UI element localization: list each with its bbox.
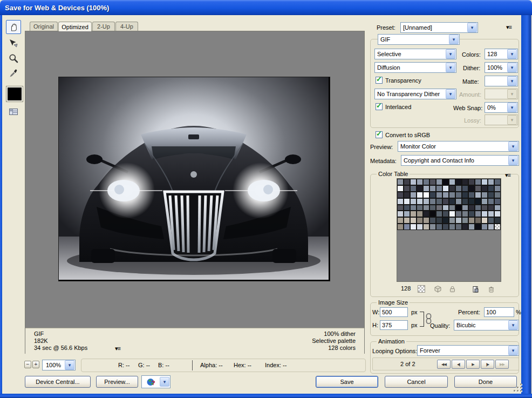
download-speed-flyout-icon[interactable]: ▾≡ bbox=[115, 345, 120, 352]
zoom-out-button[interactable]: − bbox=[24, 361, 31, 368]
eyedropper-color-swatch[interactable] bbox=[6, 86, 23, 102]
color-swatch[interactable] bbox=[404, 217, 410, 224]
slice-select-tool-button[interactable] bbox=[6, 36, 21, 50]
height-field[interactable] bbox=[380, 320, 408, 330]
color-swatch[interactable] bbox=[429, 224, 436, 230]
color-swatch[interactable] bbox=[481, 179, 488, 185]
color-swatch[interactable] bbox=[442, 217, 449, 224]
color-swatch[interactable] bbox=[436, 217, 442, 224]
color-swatch[interactable] bbox=[417, 185, 423, 192]
preview-mode-select[interactable]: Monitor Color ▾ bbox=[398, 141, 519, 152]
color-swatch[interactable] bbox=[397, 185, 404, 192]
color-swatch[interactable] bbox=[462, 185, 468, 192]
color-swatch[interactable] bbox=[455, 192, 462, 198]
color-swatch[interactable] bbox=[429, 211, 436, 217]
color-swatch[interactable] bbox=[417, 205, 423, 211]
color-swatch[interactable] bbox=[481, 198, 488, 205]
tab-2up[interactable]: 2-Up bbox=[92, 22, 115, 31]
save-button[interactable]: Save bbox=[316, 376, 378, 388]
color-swatch[interactable] bbox=[494, 185, 501, 192]
color-swatch[interactable] bbox=[397, 217, 404, 224]
color-swatch[interactable] bbox=[481, 224, 488, 230]
color-swatch[interactable] bbox=[423, 179, 429, 185]
color-swatch[interactable] bbox=[417, 224, 423, 230]
color-swatch[interactable] bbox=[455, 179, 462, 185]
color-swatch[interactable] bbox=[488, 217, 494, 224]
color-swatch[interactable] bbox=[429, 198, 436, 205]
color-swatch[interactable] bbox=[481, 205, 488, 211]
color-swatch[interactable] bbox=[449, 205, 455, 211]
convert-srgb-checkbox[interactable]: ✓ bbox=[376, 131, 383, 138]
color-swatch[interactable] bbox=[462, 224, 468, 230]
color-swatch[interactable] bbox=[410, 205, 417, 211]
delete-color-trash-icon[interactable] bbox=[487, 285, 495, 293]
color-swatch[interactable] bbox=[417, 198, 423, 205]
optimized-preview-canvas[interactable]: GIF 182K 34 sec @ 56.6 Kbps ▾≡ 100% dith… bbox=[25, 31, 365, 354]
color-swatch[interactable] bbox=[436, 224, 442, 230]
metadata-select[interactable]: Copyright and Contact Info ▾ bbox=[401, 155, 519, 166]
color-swatch[interactable] bbox=[475, 205, 481, 211]
resize-grip[interactable] bbox=[514, 383, 522, 392]
next-frame-button[interactable]: |▶ bbox=[481, 360, 494, 369]
color-swatch[interactable] bbox=[436, 192, 442, 198]
color-swatch[interactable] bbox=[417, 192, 423, 198]
color-swatch[interactable] bbox=[410, 211, 417, 217]
looping-options-select[interactable]: Forever ▾ bbox=[417, 345, 519, 356]
color-swatch[interactable] bbox=[429, 179, 436, 185]
toggle-slices-visibility-button[interactable] bbox=[6, 105, 21, 119]
colors-select[interactable]: 128 ▾ bbox=[485, 49, 518, 59]
color-swatch[interactable] bbox=[475, 179, 481, 185]
color-swatch[interactable] bbox=[417, 211, 423, 217]
color-swatch[interactable] bbox=[404, 211, 410, 217]
browser-select-split-button[interactable]: ? ▾ bbox=[141, 375, 170, 388]
color-swatch[interactable] bbox=[462, 217, 468, 224]
tab-optimized[interactable]: Optimized bbox=[58, 22, 92, 31]
done-button[interactable]: Done bbox=[454, 376, 517, 388]
color-swatch[interactable] bbox=[449, 185, 455, 192]
color-swatch[interactable] bbox=[423, 198, 429, 205]
preview-in-browser-button[interactable]: Preview... bbox=[96, 376, 138, 388]
color-swatch[interactable] bbox=[488, 211, 494, 217]
color-swatch[interactable] bbox=[429, 185, 436, 192]
color-swatch[interactable] bbox=[423, 205, 429, 211]
color-swatch[interactable] bbox=[455, 211, 462, 217]
color-swatch[interactable] bbox=[462, 198, 468, 205]
color-swatch[interactable] bbox=[475, 192, 481, 198]
color-swatch[interactable] bbox=[468, 211, 475, 217]
color-swatch[interactable] bbox=[481, 185, 488, 192]
zoom-tool-button[interactable] bbox=[6, 51, 21, 65]
interlaced-checkbox[interactable]: ✓ bbox=[376, 103, 383, 110]
tab-original[interactable]: Original bbox=[30, 22, 58, 31]
color-swatch[interactable] bbox=[488, 198, 494, 205]
color-swatch[interactable] bbox=[404, 224, 410, 230]
color-swatch[interactable] bbox=[455, 198, 462, 205]
color-swatch[interactable] bbox=[410, 217, 417, 224]
device-central-button[interactable]: Device Central... bbox=[25, 376, 91, 388]
file-format-select[interactable]: GIF ▾ bbox=[378, 34, 460, 45]
color-swatch[interactable] bbox=[481, 192, 488, 198]
quality-select[interactable]: Bicubic ▾ bbox=[454, 320, 519, 330]
color-swatch[interactable] bbox=[475, 224, 481, 230]
color-swatch[interactable] bbox=[468, 217, 475, 224]
color-swatch[interactable] bbox=[429, 192, 436, 198]
titlebar[interactable]: Save for Web & Devices (100%) bbox=[0, 0, 532, 15]
color-reduction-select[interactable]: Selective ▾ bbox=[374, 49, 456, 59]
color-swatch[interactable] bbox=[475, 211, 481, 217]
color-swatch[interactable] bbox=[468, 185, 475, 192]
color-swatch[interactable] bbox=[488, 192, 494, 198]
web-shift-cube-icon[interactable] bbox=[433, 285, 442, 293]
color-swatch[interactable] bbox=[429, 217, 436, 224]
color-swatch[interactable] bbox=[488, 185, 494, 192]
web-snap-select[interactable]: 0% ▾ bbox=[485, 102, 518, 113]
matte-select[interactable]: ▾ bbox=[485, 76, 518, 86]
color-swatch[interactable] bbox=[481, 217, 488, 224]
previous-frame-button[interactable]: ◀| bbox=[452, 360, 465, 369]
color-swatch[interactable] bbox=[494, 217, 501, 224]
color-swatch[interactable] bbox=[468, 224, 475, 230]
color-swatch[interactable] bbox=[494, 224, 501, 230]
color-swatch[interactable] bbox=[442, 205, 449, 211]
color-swatch[interactable] bbox=[468, 198, 475, 205]
color-swatch[interactable] bbox=[397, 198, 404, 205]
color-swatch[interactable] bbox=[410, 179, 417, 185]
color-swatch[interactable] bbox=[423, 224, 429, 230]
